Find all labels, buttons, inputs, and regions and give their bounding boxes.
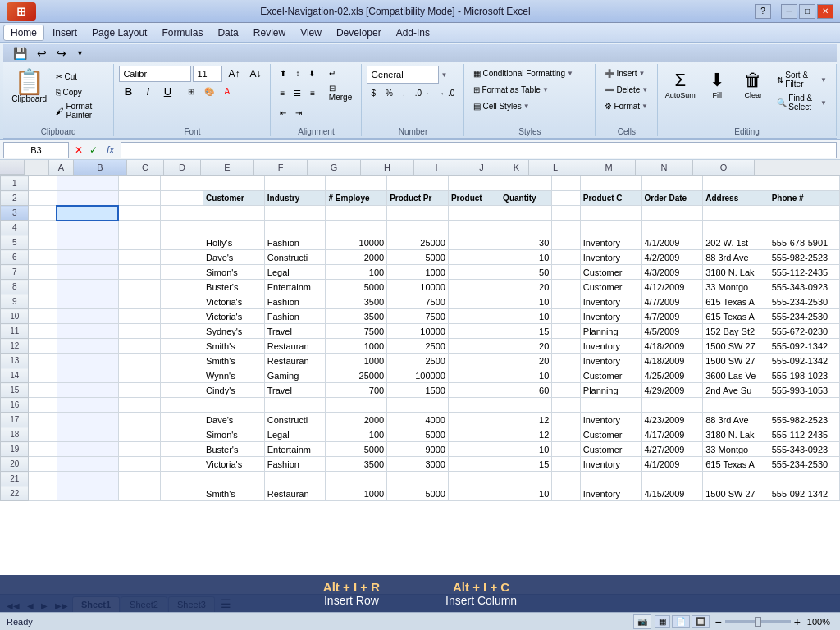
table-cell[interactable] xyxy=(448,176,500,191)
table-cell[interactable] xyxy=(57,413,118,427)
table-cell[interactable] xyxy=(448,324,500,339)
table-cell[interactable] xyxy=(29,339,57,354)
table-cell[interactable] xyxy=(57,309,118,324)
table-cell[interactable] xyxy=(118,472,161,486)
table-cell[interactable]: 555-234-2530 xyxy=(769,309,839,324)
row-header[interactable]: 7 xyxy=(1,265,29,280)
page-layout-view-button[interactable]: 📄 xyxy=(672,615,690,628)
table-cell[interactable] xyxy=(448,265,500,280)
table-cell[interactable]: Fashion xyxy=(264,294,326,309)
table-cell[interactable] xyxy=(448,294,500,309)
table-cell[interactable]: Address xyxy=(703,191,769,206)
row-header[interactable]: 14 xyxy=(1,368,29,383)
row-header[interactable]: 20 xyxy=(1,457,29,472)
align-right-button[interactable]: ≡ xyxy=(306,82,319,103)
table-cell[interactable] xyxy=(448,398,500,413)
table-cell[interactable]: Product C xyxy=(580,191,641,206)
table-cell[interactable]: Entertainm xyxy=(264,442,326,457)
table-cell[interactable] xyxy=(161,250,203,265)
table-cell[interactable]: 10 xyxy=(500,368,552,383)
table-cell[interactable] xyxy=(118,486,161,501)
table-cell[interactable]: 2nd Ave Su xyxy=(703,383,769,398)
zoom-slider[interactable] xyxy=(725,620,791,623)
table-cell[interactable] xyxy=(29,413,57,427)
help-button[interactable]: ? xyxy=(755,4,771,19)
align-bottom-button[interactable]: ⬇ xyxy=(304,66,319,80)
row-header[interactable]: 3 xyxy=(1,206,29,221)
table-cell[interactable] xyxy=(703,176,769,191)
table-cell[interactable]: 4/3/2009 xyxy=(641,265,703,280)
number-format-dropdown[interactable]: ▼ xyxy=(441,71,447,79)
cell-reference-box[interactable] xyxy=(3,142,69,158)
table-cell[interactable]: 4/1/2009 xyxy=(641,235,703,250)
autosum-button[interactable]: Σ AutoSum xyxy=(663,66,697,103)
underline-button[interactable]: U xyxy=(158,84,176,99)
table-cell[interactable]: 3500 xyxy=(326,457,387,472)
table-cell[interactable] xyxy=(161,221,203,235)
table-cell[interactable]: Travel xyxy=(264,324,326,339)
table-cell[interactable]: 152 Bay St2 xyxy=(703,324,769,339)
table-cell[interactable]: Inventory xyxy=(580,457,641,472)
table-cell[interactable]: 4/2/2009 xyxy=(641,250,703,265)
table-cell[interactable]: 3600 Las Ve xyxy=(703,368,769,383)
table-cell[interactable] xyxy=(552,176,580,191)
table-cell[interactable] xyxy=(57,250,118,265)
table-cell[interactable]: Gaming xyxy=(264,368,326,383)
table-cell[interactable] xyxy=(264,398,326,413)
zoom-level[interactable]: 100% xyxy=(804,617,833,627)
table-cell[interactable] xyxy=(448,383,500,398)
table-cell[interactable] xyxy=(29,309,57,324)
table-cell[interactable] xyxy=(57,324,118,339)
table-cell[interactable] xyxy=(29,457,57,472)
row-header[interactable]: 12 xyxy=(1,339,29,354)
table-cell[interactable] xyxy=(500,221,552,235)
table-cell[interactable]: Inventory xyxy=(580,294,641,309)
table-cell[interactable] xyxy=(57,339,118,354)
table-cell[interactable] xyxy=(500,472,552,486)
redo-button[interactable]: ↪ xyxy=(53,45,70,62)
table-cell[interactable] xyxy=(118,324,161,339)
row-header[interactable]: 9 xyxy=(1,294,29,309)
table-cell[interactable] xyxy=(203,176,265,191)
table-cell[interactable]: 4000 xyxy=(387,413,449,427)
table-cell[interactable]: Customer xyxy=(580,427,641,442)
table-cell[interactable]: 100000 xyxy=(387,368,449,383)
table-cell[interactable]: Wynn's xyxy=(203,368,265,383)
table-cell[interactable] xyxy=(161,368,203,383)
menu-home[interactable]: Home xyxy=(3,25,44,41)
table-cell[interactable] xyxy=(552,280,580,294)
table-cell[interactable] xyxy=(57,368,118,383)
table-cell[interactable] xyxy=(203,398,265,413)
table-cell[interactable] xyxy=(118,427,161,442)
table-cell[interactable]: 4/23/2009 xyxy=(641,413,703,427)
table-cell[interactable] xyxy=(500,206,552,221)
table-cell[interactable] xyxy=(552,221,580,235)
insert-cells-button[interactable]: ➕ Insert ▼ xyxy=(600,66,652,80)
cell-styles-button[interactable]: ▤ Cell Styles ▼ xyxy=(469,98,578,113)
col-header-D[interactable]: D xyxy=(164,160,201,175)
align-left-button[interactable]: ≡ xyxy=(276,82,289,103)
table-cell[interactable] xyxy=(161,383,203,398)
table-cell[interactable] xyxy=(118,398,161,413)
table-cell[interactable]: 1000 xyxy=(387,265,449,280)
table-cell[interactable]: 12 xyxy=(500,413,552,427)
table-cell[interactable] xyxy=(552,457,580,472)
align-center-button[interactable]: ☰ xyxy=(290,82,305,103)
table-cell[interactable] xyxy=(552,398,580,413)
fill-color-button[interactable]: 🎨 xyxy=(200,84,218,99)
table-cell[interactable]: Planning xyxy=(580,324,641,339)
table-cell[interactable] xyxy=(448,457,500,472)
fill-button[interactable]: ⬇ Fill xyxy=(701,66,733,103)
row-header[interactable]: 15 xyxy=(1,383,29,398)
table-cell[interactable] xyxy=(552,472,580,486)
table-cell[interactable] xyxy=(118,250,161,265)
table-cell[interactable]: 3500 xyxy=(326,309,387,324)
table-cell[interactable] xyxy=(118,221,161,235)
row-header[interactable]: 22 xyxy=(1,486,29,501)
table-cell[interactable]: 10000 xyxy=(387,280,449,294)
table-cell[interactable] xyxy=(118,206,161,221)
table-cell[interactable] xyxy=(552,294,580,309)
paste-button[interactable]: 📋 Clipboard xyxy=(8,66,50,107)
currency-button[interactable]: $ xyxy=(367,85,380,100)
zoom-in-button[interactable]: + xyxy=(792,615,802,628)
